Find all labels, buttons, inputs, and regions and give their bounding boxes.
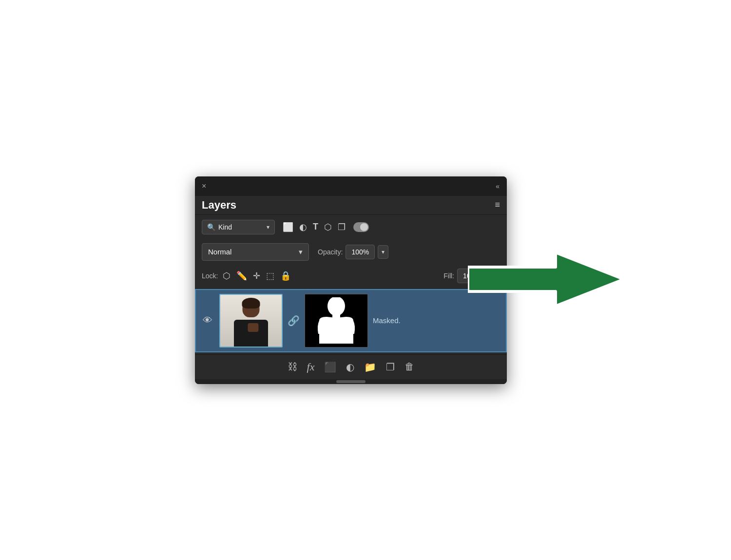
arrow-svg bbox=[468, 248, 624, 311]
filter-toggle[interactable] bbox=[353, 222, 369, 232]
scroll-thumb bbox=[336, 380, 366, 383]
text-filter-icon[interactable]: T bbox=[313, 222, 318, 232]
fx-icon[interactable]: fx bbox=[307, 361, 315, 373]
hand-shape bbox=[248, 323, 258, 332]
opacity-chevron-icon[interactable]: ▾ bbox=[378, 245, 388, 259]
hair-shape bbox=[242, 298, 260, 309]
create-mask-icon[interactable]: ◐ bbox=[346, 361, 354, 373]
adjustment-filter-icon[interactable]: ◐ bbox=[299, 222, 307, 232]
close-button[interactable]: × bbox=[202, 182, 206, 190]
image-filter-icon[interactable]: ⬜ bbox=[283, 222, 293, 232]
selection-filter-icon[interactable]: ⬡ bbox=[324, 222, 332, 232]
blend-opacity-row: Normal ▾ Opacity: 100% ▾ bbox=[195, 239, 507, 265]
layer-row[interactable]: 👁 🔗 bbox=[195, 289, 507, 352]
blend-mode-value: Normal bbox=[208, 248, 231, 256]
svg-marker-2 bbox=[468, 252, 624, 306]
layer-visibility-icon[interactable]: 👁 bbox=[201, 315, 214, 326]
blend-chevron-icon: ▾ bbox=[299, 248, 303, 256]
collapse-button[interactable]: « bbox=[496, 182, 500, 190]
opacity-value[interactable]: 100% bbox=[346, 245, 375, 259]
layers-header: Layers ≡ bbox=[195, 196, 507, 215]
svg-point-0 bbox=[327, 297, 345, 316]
layers-list: 👁 🔗 bbox=[195, 287, 507, 354]
layer-name: Masked. bbox=[373, 316, 501, 325]
photoshop-layers-panel: × « Layers ≡ 🔍 Kind ▾ ⬜ ◐ T ⬡ ❐ bbox=[195, 176, 536, 384]
opacity-label: Opacity: bbox=[318, 248, 343, 256]
new-layer-icon[interactable]: ❐ bbox=[386, 361, 395, 373]
layers-panel: × « Layers ≡ 🔍 Kind ▾ ⬜ ◐ T ⬡ ❐ bbox=[195, 176, 507, 384]
lock-paint-icon[interactable]: ✏️ bbox=[236, 270, 247, 281]
green-arrow-annotation bbox=[468, 248, 624, 313]
create-group-icon[interactable]: 📁 bbox=[364, 361, 376, 373]
lock-row: Lock: ⬡ ✏️ ✛ ⬚ 🔒 Fill: 100% ▾ bbox=[195, 265, 507, 287]
scroll-bar[interactable] bbox=[195, 379, 507, 384]
search-icon: 🔍 bbox=[207, 223, 215, 231]
mask-preview bbox=[305, 294, 367, 347]
kind-label: Kind bbox=[218, 223, 232, 231]
delete-layer-icon[interactable]: 🗑 bbox=[404, 361, 414, 372]
kind-chevron-icon: ▾ bbox=[267, 224, 269, 231]
filter-row: 🔍 Kind ▾ ⬜ ◐ T ⬡ ❐ bbox=[195, 215, 507, 239]
bottom-toolbar: ⛓ fx ⬛ ◐ 📁 ❐ 🗑 bbox=[195, 354, 507, 379]
lock-icons: ⬡ ✏️ ✛ ⬚ 🔒 bbox=[223, 270, 291, 281]
lock-pixels-icon[interactable]: ⬡ bbox=[223, 270, 231, 281]
lock-move-icon[interactable]: ✛ bbox=[253, 270, 260, 281]
panel-title: Layers bbox=[202, 199, 236, 212]
lock-artboard-icon[interactable]: ⬚ bbox=[266, 270, 274, 281]
link-layers-icon[interactable]: ⛓ bbox=[288, 361, 297, 372]
blend-mode-dropdown[interactable]: Normal ▾ bbox=[202, 243, 309, 261]
layer-photo-thumbnail[interactable] bbox=[219, 294, 283, 348]
filter-type-icons: ⬜ ◐ T ⬡ ❐ bbox=[283, 222, 369, 232]
layer-link-icon[interactable]: 🔗 bbox=[288, 315, 300, 327]
mask-silhouette-svg bbox=[314, 297, 358, 344]
lock-label: Lock: bbox=[202, 272, 218, 280]
photo-preview bbox=[220, 295, 282, 347]
add-adjustment-icon[interactable]: ⬛ bbox=[324, 361, 336, 373]
opacity-group: Opacity: 100% ▾ bbox=[318, 245, 388, 259]
layer-mask-thumbnail[interactable] bbox=[305, 294, 368, 348]
copy-filter-icon[interactable]: ❐ bbox=[338, 222, 346, 232]
title-bar: × « bbox=[195, 176, 507, 196]
fill-label: Fill: bbox=[443, 272, 454, 280]
filter-kind-dropdown[interactable]: 🔍 Kind ▾ bbox=[202, 220, 275, 234]
panel-menu-icon[interactable]: ≡ bbox=[495, 200, 500, 210]
lock-all-icon[interactable]: 🔒 bbox=[280, 270, 291, 281]
